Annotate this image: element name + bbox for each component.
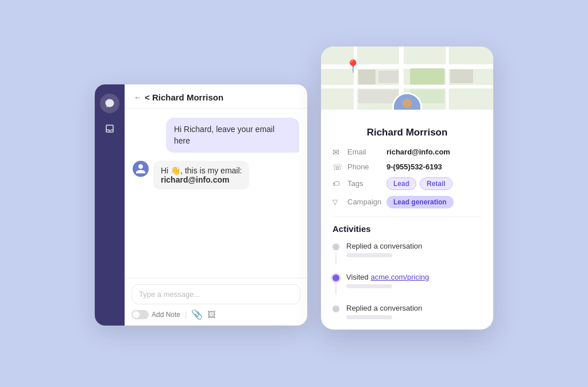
profile-avatar [392,92,422,110]
tag-lead[interactable]: Lead [386,177,416,190]
phone-label: Phone [347,162,381,171]
attach-icon[interactable]: 📎 [191,309,203,320]
chat-card: ← < Richard Morrison Hi Richard, leave y… [95,84,307,326]
toggle-background [131,310,149,319]
activity-dot-2 [332,274,339,281]
email-row: ✉ Email richard@info.com [332,148,482,157]
activity-dot-1 [332,243,339,250]
tags-label: Tags [347,179,381,188]
phone-icon: ☏ [332,162,342,172]
activity-text-3: Replied a conversation [346,304,482,312]
chat-messages: Hi Richard, leave your email here Hi 👋, … [125,109,307,278]
activity-text-1: Replied a conversation [346,242,482,250]
phone-row: ☏ Phone 9-(955)532-6193 [332,162,482,172]
activity-dot-wrap-1 [332,243,339,264]
activity-line-1 [335,252,336,264]
profile-name: Richard Morrison [332,127,482,138]
profile-card: 📍 [321,47,493,330]
activity-sub-2 [346,284,392,288]
sidebar-inbox-button[interactable] [100,119,119,138]
chat-toolbar: Add Note | 📎 🖼 [131,309,300,320]
activities-title: Activities [332,224,482,234]
campaign-tag[interactable]: Lead generation [386,196,454,208]
chat-main: ← < Richard Morrison Hi Richard, leave y… [125,84,307,326]
activity-dot-3 [332,305,339,312]
divider [332,216,482,217]
sidebar-chat-button[interactable] [100,94,119,113]
add-note-toggle[interactable]: Add Note [131,310,180,319]
message-received-wrap: Hi 👋, this is my email:richard@info.com [133,161,249,189]
message-sent: Hi Richard, leave your email here [166,118,299,153]
activity-dot-wrap-2 [332,274,339,295]
map-area: 📍 [321,47,493,110]
svg-rect-6 [410,68,444,84]
map-pin: 📍 [345,59,361,74]
svg-rect-7 [358,69,376,84]
campaign-icon: ▽ [332,198,342,206]
chat-sidebar [95,84,125,326]
svg-rect-8 [378,71,399,83]
activity-text-2: Visited acme.com/pricing [346,273,482,281]
activity-dot-wrap-3 [332,305,339,312]
email-icon: ✉ [332,148,342,157]
tag-icon: 🏷 [332,180,342,188]
image-icon[interactable]: 🖼 [207,309,216,319]
tags-row: 🏷 Tags Lead Retail [332,177,482,190]
email-value: richard@info.com [386,148,450,156]
activity-sub-1 [346,253,392,257]
activity-item-3: Replied a conversation [332,304,482,319]
sender-avatar [133,161,149,177]
activity-link[interactable]: acme.com/pricing [370,273,429,281]
person-icon [135,163,146,175]
activity-content-2: Visited acme.com/pricing [346,273,482,288]
chat-input-area: Type a message... Add Note | 📎 🖼 [125,278,307,326]
profile-avatar-container [392,92,422,110]
toggle-dot [133,311,140,318]
back-arrow[interactable]: ← [134,93,141,102]
toolbar-divider: | [185,310,187,319]
email-label: Email [347,148,381,156]
profile-avatar-image [394,92,420,110]
message-input[interactable]: Type a message... [131,284,300,304]
campaign-row: ▽ Campaign Lead generation [332,196,482,208]
scene: ← < Richard Morrison Hi Richard, leave y… [95,52,493,335]
message-received: Hi 👋, this is my email:richard@info.com [153,161,249,189]
svg-point-13 [403,99,412,108]
chat-header: ← < Richard Morrison [125,84,307,109]
campaign-label: Campaign [347,198,381,206]
svg-rect-9 [450,69,473,83]
profile-body: Richard Morrison ✉ Email richard@info.co… [321,110,493,330]
activity-content-3: Replied a conversation [346,304,482,319]
activity-item: Replied a conversation [332,242,482,273]
chat-contact-name: < Richard Morrison [145,92,223,102]
phone-value: 9-(955)532-6193 [386,162,442,171]
activity-list: Replied a conversation Visited acme.com/… [332,242,482,319]
activity-content-1: Replied a conversation [346,242,482,257]
inbox-icon [105,123,115,134]
chat-icon [105,98,115,109]
activity-item-2: Visited acme.com/pricing [332,273,482,304]
activity-line-2 [335,283,336,295]
tag-retail[interactable]: Retail [420,177,452,190]
add-note-label: Add Note [152,311,180,319]
tags-container: Lead Retail [386,177,452,190]
activity-sub-3 [346,315,392,319]
